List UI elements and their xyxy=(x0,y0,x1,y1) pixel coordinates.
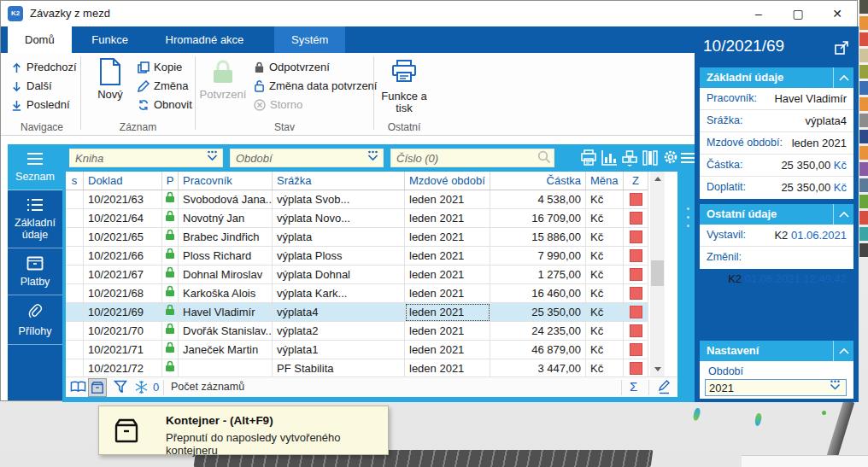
sidebar-item-zakladni-udaje[interactable]: Základní údaje xyxy=(8,190,62,248)
cell-srazka[interactable]: výplata xyxy=(273,228,405,247)
cell-z[interactable] xyxy=(624,359,648,377)
table-row[interactable]: 10/2021/70Dvořák Stanislav...výplata2led… xyxy=(66,322,648,341)
cell-srazka[interactable]: výplata Dohnal xyxy=(273,266,405,284)
cell-pracovnik[interactable]: Dohnal Miroslav xyxy=(179,266,273,284)
cell-obdobi[interactable]: leden 2021 xyxy=(405,359,490,377)
cell-z[interactable] xyxy=(624,322,648,341)
cell-mena[interactable]: Kč xyxy=(586,322,624,341)
cell-mena[interactable]: Kč xyxy=(586,266,624,284)
cell-mena[interactable]: Kč xyxy=(586,228,624,247)
section-header[interactable]: Nastavení xyxy=(700,341,853,361)
column-header-2[interactable]: Doklad xyxy=(84,172,162,190)
cell-s[interactable] xyxy=(66,359,84,377)
cell-pracovnik[interactable]: Novotný Jan xyxy=(179,209,273,228)
tab-funkce[interactable]: Funkce xyxy=(74,26,145,53)
tab-domu[interactable]: Domů xyxy=(8,26,72,53)
cell-s[interactable] xyxy=(66,303,84,322)
cell-lock[interactable] xyxy=(162,341,179,359)
table-row[interactable]: 10/2021/65Brabec Jindřichvýplataleden 20… xyxy=(66,228,648,247)
cell-lock[interactable] xyxy=(162,284,179,303)
cell-mena[interactable]: Kč xyxy=(586,303,624,322)
cell-s[interactable] xyxy=(66,190,84,209)
cell-mena[interactable]: Kč xyxy=(586,190,624,209)
cislo-search-input[interactable] xyxy=(390,149,554,167)
open-external-icon[interactable] xyxy=(834,39,850,55)
cell-z[interactable] xyxy=(624,284,648,303)
cell-lock[interactable] xyxy=(162,228,179,247)
cell-srazka[interactable]: výplata4 xyxy=(273,303,405,322)
edit-button[interactable]: Změna xyxy=(138,78,188,95)
cell-s[interactable] xyxy=(66,284,84,303)
refresh-button[interactable]: Obnovit xyxy=(138,96,192,114)
cell-srazka[interactable]: výplata Svob... xyxy=(273,190,405,209)
cell-castka[interactable]: 46 879,00 xyxy=(490,341,586,359)
cell-doklad[interactable]: 10/2021/71 xyxy=(84,341,162,359)
cell-z[interactable] xyxy=(624,190,648,209)
column-header-3[interactable]: P xyxy=(162,172,179,190)
cell-srazka[interactable]: výplata Novo... xyxy=(273,209,405,228)
next-button[interactable]: Další xyxy=(11,78,52,95)
copy-button[interactable]: Kopie xyxy=(138,59,182,76)
column-header-7[interactable]: Částka xyxy=(490,172,586,190)
cell-z[interactable] xyxy=(624,228,648,247)
scroll-up-arrow[interactable] xyxy=(650,172,665,186)
cell-s[interactable] xyxy=(66,341,84,359)
cell-castka[interactable]: 3 447,00 xyxy=(490,359,586,377)
cell-lock[interactable] xyxy=(162,209,179,228)
container-toggle-button[interactable] xyxy=(88,378,107,397)
cell-lock[interactable] xyxy=(162,266,179,284)
cell-obdobi[interactable]: leden 2021 xyxy=(405,266,490,284)
column-header-4[interactable]: Pracovník xyxy=(179,172,273,190)
cell-castka[interactable]: 4 538,00 xyxy=(490,190,586,209)
cell-castka[interactable]: 16 460,00 xyxy=(490,284,586,303)
unconfirm-button[interactable]: Odpotvrzení xyxy=(254,59,330,76)
table-row[interactable]: 10/2021/69Havel Vladimírvýplata4leden 20… xyxy=(66,303,648,322)
cell-srazka[interactable]: výplata2 xyxy=(273,322,405,341)
cell-z[interactable] xyxy=(624,209,648,228)
cell-pracovnik[interactable] xyxy=(179,359,273,377)
cell-srazka[interactable]: výplata Ploss xyxy=(273,247,405,266)
table-row[interactable]: 10/2021/72PF Stabilitaleden 20213 447,00… xyxy=(66,359,648,377)
table-row[interactable]: 10/2021/67Dohnal Miroslavvýplata Dohnall… xyxy=(66,266,648,284)
settings-gear-icon[interactable] xyxy=(662,149,679,166)
cell-doklad[interactable]: 10/2021/63 xyxy=(84,190,162,209)
cell-lock[interactable] xyxy=(162,359,179,377)
cell-pracovnik[interactable]: Dvořák Stanislav... xyxy=(179,322,273,341)
cell-srazka[interactable]: PF Stabilita xyxy=(273,359,405,377)
cell-mena[interactable]: Kč xyxy=(586,247,624,266)
change-confirm-date-button[interactable]: Změna data potvrzení xyxy=(254,78,377,95)
section-header[interactable]: Základní údaje xyxy=(700,67,853,88)
print-icon[interactable] xyxy=(580,149,597,166)
dropdown-dots-icon[interactable] xyxy=(206,150,219,162)
cell-doklad[interactable]: 10/2021/66 xyxy=(84,247,162,266)
previous-button[interactable]: Předchozí xyxy=(11,59,77,76)
cell-pracovnik[interactable]: Brabec Jindřich xyxy=(179,228,273,247)
cell-z[interactable] xyxy=(624,303,648,322)
cell-obdobi[interactable]: leden 2021 xyxy=(405,209,490,228)
cell-castka[interactable]: 16 709,00 xyxy=(490,209,586,228)
dropdown-dots-icon[interactable] xyxy=(829,380,842,391)
column-header-6[interactable]: Mzdové období xyxy=(405,172,490,190)
minimize-button[interactable]: – xyxy=(739,1,778,26)
cell-doklad[interactable]: 10/2021/70 xyxy=(84,322,162,341)
cell-obdobi[interactable]: leden 2021 xyxy=(405,341,490,359)
cell-pracovnik[interactable]: Ploss Richard xyxy=(179,247,273,266)
collapse-button[interactable] xyxy=(833,204,853,225)
cell-castka[interactable]: 24 235,00 xyxy=(490,322,586,341)
cell-pracovnik[interactable]: Karkoška Alois xyxy=(179,284,273,303)
vertical-scrollbar[interactable] xyxy=(650,172,665,377)
cell-castka[interactable]: 1 275,00 xyxy=(490,266,586,284)
cell-z[interactable] xyxy=(624,247,648,266)
collapse-button[interactable] xyxy=(833,67,853,88)
cell-doklad[interactable]: 10/2021/64 xyxy=(84,209,162,228)
snowflake-icon[interactable] xyxy=(134,380,149,394)
functions-print-button[interactable]: Funkce a tisk xyxy=(380,55,428,118)
column-header-9[interactable]: Z xyxy=(624,172,648,190)
close-button[interactable]: ✕ xyxy=(818,1,857,26)
cell-mena[interactable]: Kč xyxy=(586,284,624,303)
cell-obdobi[interactable]: leden 2021 xyxy=(405,190,490,209)
section-header[interactable]: Ostatní údaje xyxy=(700,204,853,225)
tab-hromadne-akce[interactable]: Hromadné akce xyxy=(149,26,261,53)
cell-obdobi[interactable]: leden 2021 xyxy=(405,303,490,322)
cell-obdobi[interactable]: leden 2021 xyxy=(405,322,490,341)
